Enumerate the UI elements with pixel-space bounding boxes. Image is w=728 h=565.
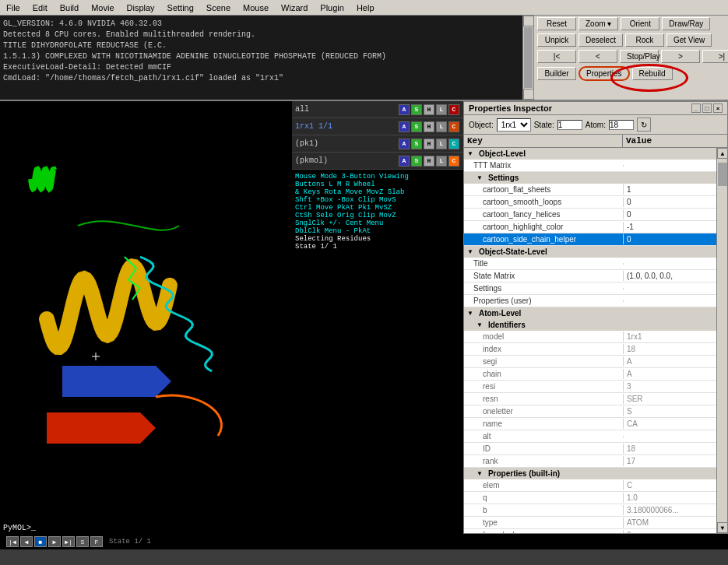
prop-row-22[interactable]: nameCA [464, 418, 716, 430]
prop-row-19[interactable]: resi3 [464, 381, 716, 393]
menu-scene[interactable]: Scene [200, 2, 237, 14]
state-input[interactable] [557, 120, 582, 130]
menu-file[interactable]: File [0, 2, 26, 14]
object-lrx1-btn-a[interactable]: A [399, 121, 410, 132]
prop-row-3[interactable]: cartoon_flat_sheets1 [464, 184, 716, 196]
reset-button[interactable]: Reset [537, 17, 576, 30]
atom-input[interactable] [609, 120, 634, 130]
prop-section-2[interactable]: ▼Settings [464, 172, 716, 184]
prop-row-28[interactable]: q1.0 [464, 492, 716, 504]
prop-row-24[interactable]: ID18 [464, 443, 716, 455]
object-pkmol-btn-c[interactable]: C [448, 156, 459, 167]
object-pkmol-btn-h[interactable]: H [424, 156, 434, 167]
prop-section-8[interactable]: ▼Object-State-Level [464, 246, 716, 258]
stop-play-button[interactable]: Stop/Play [620, 50, 659, 63]
object-lrx1-btn-c[interactable]: C [448, 121, 459, 132]
scroll-down-arrow[interactable]: ▼ [523, 89, 534, 100]
prop-section-26[interactable]: ▼Properties (built-in) [464, 468, 716, 479]
object-lrx1-btn-l[interactable]: L [436, 121, 447, 132]
menu-wizard[interactable]: Wizard [275, 2, 314, 14]
object-all-btn-c[interactable]: C [448, 104, 459, 115]
viewport[interactable] [0, 101, 292, 444]
menu-help[interactable]: Help [350, 2, 381, 14]
3d-canvas[interactable] [0, 101, 292, 444]
refresh-button[interactable]: ↻ [637, 118, 651, 132]
prop-row-7[interactable]: cartoon_side_chain_helper0 [464, 233, 716, 246]
prev-frame-button[interactable]: < [579, 50, 617, 63]
prop-row-29[interactable]: b3.180000066... [464, 504, 716, 517]
menu-edit[interactable]: Edit [26, 2, 54, 14]
object-pkmol-btn-l[interactable]: L [436, 156, 447, 167]
pymol-prompt[interactable]: PyMOL>_ [0, 522, 463, 534]
f-btn[interactable]: F [90, 536, 103, 547]
properties-button[interactable]: Properties [579, 66, 630, 81]
object-pkmol-btn-s[interactable]: S [411, 156, 422, 167]
get-view-button[interactable]: Get View [666, 33, 712, 47]
menu-mouse[interactable]: Mouse [237, 2, 275, 14]
object-all-btn-s[interactable]: S [411, 104, 422, 115]
unpick-button[interactable]: Unpick [537, 33, 576, 47]
prop-row-20[interactable]: resnSER [464, 393, 716, 405]
prop-row-31[interactable]: formal_charge0 [464, 529, 716, 533]
draw-ray-button[interactable]: Draw/Ray [662, 17, 710, 30]
object-all-btn-h[interactable]: H [424, 104, 434, 115]
prop-row-12[interactable]: Properties (user) [464, 295, 716, 307]
prop-section-13[interactable]: ▼Atom-Level [464, 307, 716, 319]
prop-row-15[interactable]: model1rx1 [464, 331, 716, 343]
menu-setting[interactable]: Setting [161, 2, 200, 14]
object-pk1-btn-h[interactable]: H [424, 139, 434, 149]
prop-row-21[interactable]: oneletterS [464, 405, 716, 418]
prop-row-16[interactable]: index18 [464, 343, 716, 356]
last-frame-button[interactable]: >| [702, 50, 728, 63]
rebuild-button[interactable]: Rebuild [632, 67, 673, 80]
prop-row-18[interactable]: chainA [464, 368, 716, 381]
prop-section-0[interactable]: ▼Object-Level [464, 148, 716, 160]
rock-button[interactable]: Rock [625, 33, 664, 47]
properties-minimize[interactable]: _ [691, 104, 701, 113]
prop-row-30[interactable]: typeATOM [464, 517, 716, 529]
first-frame-button[interactable]: |< [537, 50, 576, 63]
menu-movie[interactable]: Movie [85, 2, 120, 14]
object-all-btn-l[interactable]: L [436, 104, 447, 115]
object-lrx1-btn-h[interactable]: H [424, 121, 434, 132]
menu-display[interactable]: Display [121, 2, 161, 14]
last-frame-btn[interactable]: ▶| [62, 536, 75, 547]
object-lrx1-btn-s[interactable]: S [411, 121, 422, 132]
orient-button[interactable]: Orient [621, 17, 659, 30]
s-btn[interactable]: S [76, 536, 89, 547]
scroll-up-arrow[interactable]: ▲ [523, 16, 534, 26]
prop-section-14[interactable]: ▼Identifiers [464, 319, 716, 331]
deselect-button[interactable]: Deselect [579, 33, 623, 47]
prop-row-11[interactable]: Settings [464, 282, 716, 295]
object-select[interactable]: 1rx1 [497, 118, 531, 132]
prop-row-25[interactable]: rank17 [464, 455, 716, 468]
scroll-thumb[interactable] [524, 27, 533, 88]
object-pk1-btn-s[interactable]: S [411, 139, 422, 149]
prop-row-1[interactable]: TTT Matrix [464, 160, 716, 172]
prop-row-17[interactable]: segiA [464, 356, 716, 368]
object-pkmol-btn-a[interactable]: A [399, 156, 410, 167]
prop-row-23[interactable]: alt [464, 430, 716, 443]
scroll-up[interactable]: ▲ [717, 148, 727, 159]
object-all-btn-a[interactable]: A [399, 104, 410, 115]
prop-row-10[interactable]: State Matrix(1.0, 0.0, 0.0, [464, 270, 716, 282]
prop-row-27[interactable]: elemC [464, 479, 716, 492]
prop-row-6[interactable]: cartoon_highlight_color-1 [464, 221, 716, 233]
prop-row-9[interactable]: Title [464, 258, 716, 270]
prop-row-4[interactable]: cartoon_smooth_loops0 [464, 196, 716, 209]
scroll-track[interactable] [717, 159, 727, 522]
menu-build[interactable]: Build [54, 2, 85, 14]
object-pk1-btn-l[interactable]: L [436, 139, 447, 149]
zoom-button[interactable]: Zoom ▾ [579, 17, 618, 30]
builder-button[interactable]: Builder [537, 67, 576, 80]
scroll-down[interactable]: ▼ [717, 522, 727, 533]
play-btn[interactable]: ▶ [48, 536, 61, 547]
next-frame-button[interactable]: > [661, 50, 700, 63]
properties-scrollbar[interactable]: ▲ ▼ [716, 148, 727, 533]
scroll-thumb[interactable] [718, 163, 727, 186]
first-frame-btn[interactable]: |◀ [6, 536, 19, 547]
prop-row-5[interactable]: cartoon_fancy_helices0 [464, 209, 716, 221]
object-pk1-btn-a[interactable]: A [399, 139, 410, 149]
console-scrollbar[interactable]: ▲ ▼ [522, 16, 533, 100]
properties-close[interactable]: × [713, 104, 723, 113]
